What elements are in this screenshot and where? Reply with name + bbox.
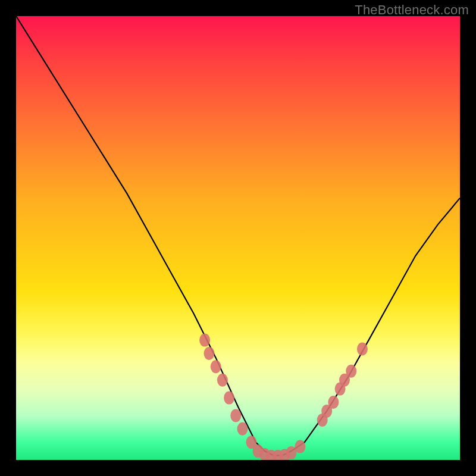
chart-frame: TheBottleneck.com xyxy=(0,0,476,476)
data-marker xyxy=(217,374,228,387)
data-marker xyxy=(204,347,215,360)
data-marker xyxy=(199,334,210,347)
data-marker xyxy=(211,360,221,373)
bottleneck-curve xyxy=(16,16,460,456)
data-marker xyxy=(224,392,234,405)
chart-svg xyxy=(16,16,460,460)
data-marker xyxy=(230,409,241,422)
data-marker xyxy=(346,365,356,378)
plot-area xyxy=(16,16,460,460)
curve-markers xyxy=(199,334,368,460)
data-marker xyxy=(237,422,248,436)
data-marker xyxy=(295,440,305,453)
watermark-text: TheBottleneck.com xyxy=(355,2,469,18)
data-marker xyxy=(357,343,368,356)
data-marker xyxy=(328,396,339,409)
